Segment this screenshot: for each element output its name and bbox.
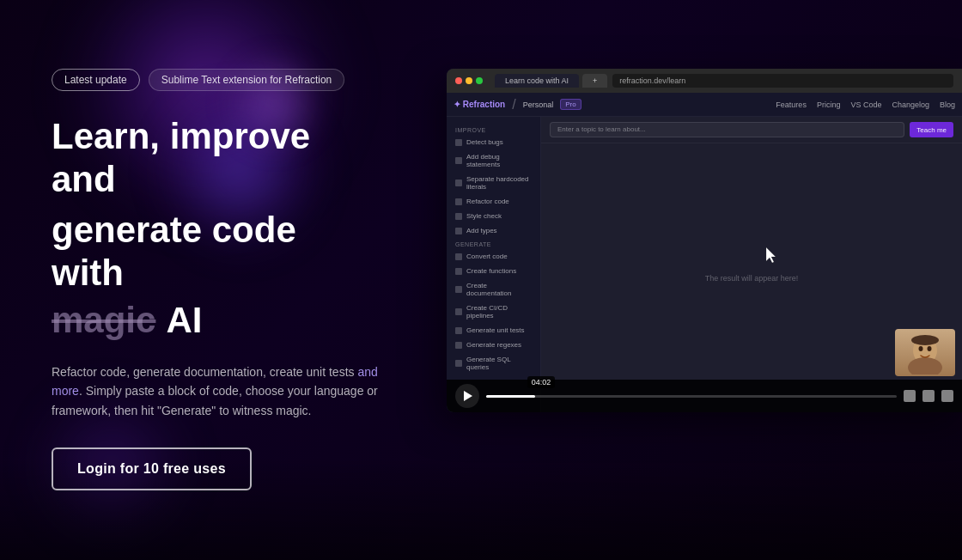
sidebar-icon [455, 286, 462, 293]
control-icons [904, 390, 953, 402]
url-bar[interactable]: refraction.dev/learn [612, 74, 953, 88]
sidebar-icon [455, 228, 462, 234]
sidebar-detect-bugs[interactable]: Detect bugs [447, 135, 540, 149]
result-placeholder: The result will appear here! [705, 274, 799, 283]
maximize-dot[interactable] [476, 77, 483, 84]
app-toolbar: Enter a topic to learn about... Teach me [541, 117, 962, 143]
nav-blog[interactable]: Blog [940, 100, 955, 109]
sidebar-cicd[interactable]: Create CI/CD pipelines [447, 301, 540, 323]
sidebar-icon [455, 308, 462, 315]
app-logo: ✦ Refraction [454, 100, 505, 109]
app-wrapper: Learn code with AI + refraction.dev/lear… [447, 69, 962, 412]
sidebar-item-label: Separate hardcoded literals [466, 175, 532, 191]
sidebar-item-label: Generate SQL queries [466, 356, 532, 371]
sidebar-functions[interactable]: Create functions [447, 264, 540, 278]
badge-row: Latest update Sublime Text extension for… [52, 69, 378, 91]
url-text: refraction.dev/learn [619, 76, 685, 85]
sidebar-convert[interactable]: Convert code [447, 249, 540, 264]
browser-tabs: Learn code with AI + [495, 74, 607, 88]
sidebar-item-label: Add types [466, 227, 497, 234]
sidebar-item-label: Refactor code [466, 198, 509, 205]
new-tab[interactable]: + [582, 74, 607, 88]
progress-fill [486, 395, 535, 398]
nav-vscode[interactable]: VS Code [850, 100, 881, 109]
nav-links: Features Pricing VS Code Changelog Blog [776, 100, 955, 109]
sidebar-item-label: Convert code [466, 253, 508, 260]
video-controls: 04:02 [447, 380, 962, 412]
active-tab[interactable]: Learn code with AI [495, 74, 579, 88]
right-content: Learn code with AI + refraction.dev/lear… [447, 69, 962, 412]
sidebar-icon [455, 139, 462, 146]
description-text: Refactor code, generate documentation, c… [52, 365, 357, 379]
left-content: Latest update Sublime Text extension for… [0, 0, 412, 525]
hero-description: Refactor code, generate documentation, c… [52, 362, 378, 420]
sidebar-item-label: Detect bugs [466, 138, 503, 146]
sidebar-generate-label: Generate [447, 238, 540, 249]
sidebar-icon [455, 213, 462, 220]
nav-sep: / [512, 97, 515, 113]
svg-point-2 [919, 346, 923, 351]
sidebar-sql[interactable]: Generate SQL queries [447, 352, 540, 374]
timestamp-bubble: 04:02 [527, 376, 556, 388]
sidebar-icon [455, 253, 462, 260]
browser-chrome: Learn code with AI + refraction.dev/lear… [447, 69, 962, 93]
sidebar-item-label: Generate unit tests [466, 326, 525, 334]
sidebar-icon [455, 342, 462, 349]
nav-pricing[interactable]: Pricing [817, 100, 841, 109]
sidebar-item-label: Create CI/CD pipelines [466, 304, 532, 320]
latest-badge: Latest update [52, 69, 140, 91]
app-body: Improve Detect bugs Add debug statements… [447, 117, 962, 412]
update-badge[interactable]: Sublime Text extension for Refraction [149, 69, 345, 91]
nav-changelog[interactable]: Changelog [892, 100, 929, 109]
sidebar-docs[interactable]: Create documentation [447, 278, 540, 301]
sidebar-refactor[interactable]: Refactor code [447, 194, 540, 209]
minimize-dot[interactable] [466, 77, 472, 84]
hero-section: Latest update Sublime Text extension for… [0, 0, 962, 560]
svg-point-4 [911, 335, 939, 345]
hero-title-line1: Learn, improve and [52, 115, 378, 202]
sidebar-icon [455, 327, 462, 334]
sidebar-item-label: Create documentation [466, 282, 532, 297]
sidebar-item-label: Generate regexes [466, 341, 521, 349]
sidebar-debug-statements[interactable]: Add debug statements [447, 149, 540, 172]
sidebar-unit-tests[interactable]: Generate unit tests [447, 323, 540, 338]
tab-label: Learn code with AI [505, 76, 569, 85]
play-icon [464, 391, 472, 401]
sidebar-hardcoded[interactable]: Separate hardcoded literals [447, 172, 540, 194]
ai-word: AI [166, 299, 202, 342]
app-sidebar: Improve Detect bugs Add debug statements… [447, 117, 541, 412]
sidebar-item-label: Style check [466, 212, 502, 220]
progress-bar[interactable]: 04:02 [486, 395, 897, 398]
close-dot[interactable] [455, 77, 462, 84]
webcam-thumbnail [895, 329, 955, 376]
sidebar-style-check[interactable]: Style check [447, 209, 540, 223]
hero-title-line2: generate code with [52, 209, 378, 295]
workspace-label: Personal [523, 100, 554, 109]
play-button[interactable] [455, 384, 479, 408]
sidebar-item-label: Create functions [466, 267, 516, 275]
cursor [766, 247, 780, 261]
sidebar-regexes[interactable]: Generate regexes [447, 338, 540, 352]
input-placeholder: Enter a topic to learn about... [557, 125, 646, 133]
sidebar-icon [455, 198, 462, 205]
workspace-badge: Pro [560, 99, 581, 110]
app-nav: ✦ Refraction / Personal Pro Features Pri… [447, 93, 962, 117]
topic-input[interactable]: Enter a topic to learn about... [550, 122, 904, 137]
subtitles-icon[interactable] [904, 390, 916, 402]
description-text-2: . Simply paste a block of code, choose y… [52, 384, 378, 417]
cta-button[interactable]: Login for 10 free uses [52, 447, 252, 490]
settings-icon[interactable] [922, 390, 935, 402]
sidebar-icon [455, 268, 462, 275]
teach-button[interactable]: Teach me [910, 122, 953, 137]
sidebar-icon [455, 180, 462, 186]
hero-title-line3: magic AI [52, 299, 378, 342]
sidebar-add-types[interactable]: Add types [447, 223, 540, 238]
sidebar-improve-label: Improve [447, 124, 540, 135]
nav-features[interactable]: Features [776, 100, 807, 109]
svg-point-1 [908, 357, 942, 374]
browser-dots [455, 77, 483, 84]
sidebar-icon [455, 360, 462, 367]
svg-point-3 [928, 346, 932, 351]
person-face [895, 329, 955, 376]
fullscreen-icon[interactable] [941, 390, 953, 402]
